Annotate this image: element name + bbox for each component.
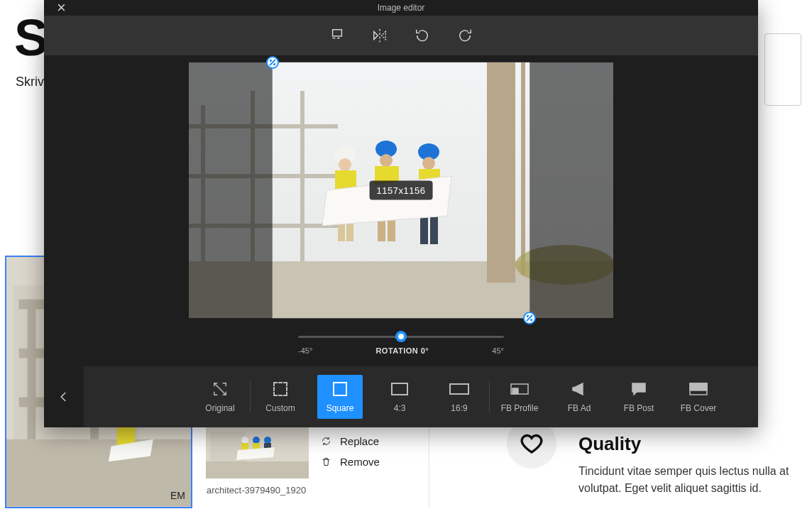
svg-point-18 <box>264 437 271 444</box>
vertical-divider <box>429 426 429 508</box>
preset-fb-ad[interactable]: FB Ad <box>549 375 609 419</box>
fb-profile-icon <box>510 382 529 396</box>
image-editor-modal: × Image editor <box>44 0 758 427</box>
rotate-right-icon <box>457 28 473 43</box>
heart-icon <box>520 432 543 455</box>
crop-free-icon <box>212 381 228 397</box>
crop-dimensions-badge: 1157x1156 <box>370 181 433 200</box>
preset-label: 16:9 <box>451 403 467 413</box>
rotate-left-button[interactable] <box>413 26 432 45</box>
secondary-thumbnail[interactable] <box>206 426 309 478</box>
modal-title: Image editor <box>378 3 425 13</box>
svg-line-55 <box>214 383 226 395</box>
editor-toolbar <box>44 16 758 55</box>
rotation-control: -45° ROTATION 0° 45° <box>298 331 504 355</box>
modal-header: × Image editor <box>44 0 758 16</box>
flip-horizontal-icon <box>372 28 388 43</box>
speech-bubble-icon <box>631 382 647 396</box>
image-stage[interactable]: 1157x1156 <box>189 62 613 318</box>
preset-label: Square <box>327 403 354 413</box>
chevron-left-icon <box>57 390 70 403</box>
preset-label: FB Ad <box>568 403 591 413</box>
preset-16-9[interactable]: 16:9 <box>429 375 489 419</box>
trash-icon <box>321 456 331 467</box>
back-button[interactable] <box>44 366 84 427</box>
megaphone-icon <box>571 382 588 396</box>
crop-icon <box>329 28 345 43</box>
preset-square[interactable]: Square <box>317 375 363 419</box>
side-textarea[interactable] <box>764 33 801 106</box>
thumbnail-filename: architect-3979490_1920 <box>207 485 306 496</box>
preset-fb-cover[interactable]: FB Cover <box>669 375 728 419</box>
preset-fb-post[interactable]: FB Post <box>609 375 669 419</box>
replace-image-button[interactable]: Replace <box>321 435 379 447</box>
svg-marker-27 <box>382 32 386 40</box>
crop-handle-top-left[interactable] <box>266 56 279 69</box>
thumbnail-label-fragment: EM <box>170 490 185 501</box>
page-subtitle-fragment: Skriv <box>16 75 44 89</box>
svg-rect-1 <box>6 439 191 507</box>
svg-point-14 <box>241 437 248 444</box>
quality-body-text: Tincidunt vitae semper quis lectus nulla… <box>578 463 799 497</box>
preset-label: Original <box>205 403 234 413</box>
svg-rect-6 <box>28 300 36 439</box>
svg-point-16 <box>253 437 260 444</box>
preset-label: FB Cover <box>681 403 717 413</box>
crop-tool-button[interactable] <box>328 26 346 45</box>
editor-canvas: 1157x1156 -45° ROTATION 0° 45° <box>44 55 758 366</box>
rotation-value-label: ROTATION 0° <box>375 346 429 355</box>
crop-box[interactable]: 1157x1156 <box>273 62 530 318</box>
remove-image-button[interactable]: Remove <box>321 456 380 468</box>
flip-horizontal-button[interactable] <box>371 26 389 45</box>
svg-rect-57 <box>512 388 518 394</box>
preset-bar: Original Custom Square 4:3 16:9 <box>44 366 758 427</box>
preset-original[interactable]: Original <box>190 375 250 419</box>
slider-thumb[interactable] <box>395 331 407 342</box>
preset-label: Custom <box>265 403 295 413</box>
preset-4-3[interactable]: 4:3 <box>370 375 429 419</box>
svg-rect-58 <box>690 383 707 390</box>
svg-marker-26 <box>374 32 378 40</box>
preset-fb-profile[interactable]: FB Profile <box>490 375 549 419</box>
svg-rect-12 <box>206 461 309 478</box>
preset-label: FB Profile <box>501 403 539 413</box>
fb-cover-icon <box>689 383 708 395</box>
preset-label: 4:3 <box>394 403 406 413</box>
replace-label: Replace <box>340 435 379 447</box>
preset-custom[interactable]: Custom <box>251 375 310 419</box>
crop-dim-left <box>189 62 273 318</box>
preset-label: FB Post <box>624 403 654 413</box>
replace-icon <box>321 436 331 447</box>
close-icon[interactable]: × <box>57 0 66 16</box>
page-title-fragment: S <box>14 9 47 67</box>
rotation-min-label: -45° <box>298 346 312 355</box>
crop-dim-right <box>530 62 613 318</box>
rotate-right-button[interactable] <box>456 26 474 45</box>
rotate-left-icon <box>415 28 430 43</box>
construction-scene-thumbnail-small <box>206 426 309 478</box>
svg-rect-21 <box>333 30 342 36</box>
rotation-max-label: 45° <box>492 346 504 355</box>
quality-heading: Quality <box>578 433 641 455</box>
crop-handle-bottom-right[interactable] <box>523 312 536 324</box>
remove-label: Remove <box>340 456 380 468</box>
rotation-slider[interactable] <box>298 331 504 342</box>
